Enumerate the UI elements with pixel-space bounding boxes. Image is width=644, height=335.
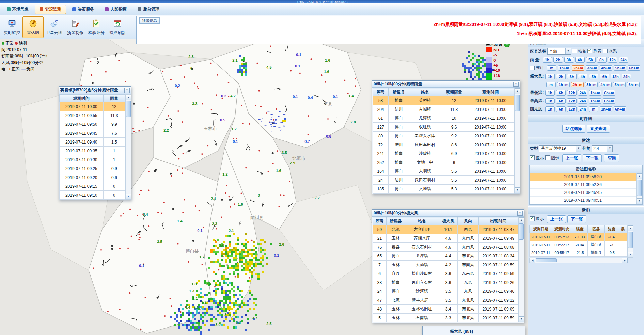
range-button-6h+m[interactable]: 6h+m	[603, 98, 615, 104]
checkbox[interactable]	[572, 49, 577, 53]
range-button-6h[interactable]: 6h	[556, 90, 566, 96]
column-header[interactable]: 观测时次	[552, 225, 572, 233]
table-row[interactable]: 48玉林玉林站旧址3.4东北风2019-07-11 09:09	[373, 305, 518, 314]
menu-tab-5[interactable]: 后台管理	[133, 5, 164, 14]
table-row[interactable]: 2019-07-11 09:250.9	[60, 164, 125, 173]
scroll-thumb[interactable]	[637, 180, 642, 196]
menu-tab-2[interactable]: 实况监测	[35, 5, 66, 14]
scroll-thumb[interactable]	[536, 258, 557, 262]
column-header[interactable]: 站名	[409, 88, 441, 96]
scroll-down-arrow[interactable]: ▼	[628, 252, 633, 257]
table-row[interactable]: 2019-07-11 09:351	[60, 147, 125, 155]
range-button-3h[interactable]: 3h	[564, 57, 574, 63]
checkbox[interactable]	[545, 155, 550, 160]
table-row[interactable]: 6容县松山沙田村3.6东南风2019-07-11 09:59	[373, 269, 518, 278]
range-button-m[interactable]: m	[547, 65, 556, 71]
radar-image-item[interactable]: 2019-07-11 09:52:36	[530, 181, 636, 189]
checkbox[interactable]	[587, 49, 592, 53]
range-button-6h[interactable]: 6h	[556, 98, 566, 104]
scroll-up-arrow[interactable]: ▲	[515, 88, 520, 94]
range-button-6h+m[interactable]: 6h+m	[628, 65, 640, 71]
table-row[interactable]: 38博白凤山立石村3.6东风2019-07-11 09:26	[373, 278, 518, 287]
column-header[interactable]: 累积雨量	[441, 88, 467, 96]
table-row[interactable]: 2019-07-11 09:150	[60, 182, 125, 191]
close-icon[interactable]: ×	[124, 88, 130, 93]
radar-image-item[interactable]: 2019-07-11 09:40:51	[530, 197, 636, 204]
scroll-thumb[interactable]	[519, 223, 524, 240]
column-header[interactable]: 站名	[405, 217, 439, 225]
column-header[interactable]: 陡度	[604, 225, 618, 233]
column-header[interactable]: 观测时间	[60, 95, 104, 102]
table-row[interactable]: 185博白文地镇5.32019-07-11 10:00	[373, 185, 514, 194]
radar-image-item[interactable]: 2019-07-11 09:58:30	[530, 173, 636, 181]
table-row[interactable]: 76容县石头石剑村4.6东南风2019-07-11 08:08	[373, 243, 518, 252]
range-button-m[interactable]: m	[589, 106, 598, 112]
scroll-thumb[interactable]	[628, 232, 633, 248]
range-button-3h+m[interactable]: 3h+m	[586, 65, 598, 71]
county-select[interactable]: 全部▼	[547, 48, 571, 55]
table-row[interactable]: 58博白英桥镇122019-07-11 10:00	[373, 96, 514, 105]
range-button-6h+m[interactable]: 6h+m	[614, 106, 626, 112]
range-button-12h[interactable]: 12h	[611, 74, 620, 79]
menu-tab-4[interactable]: 人影指挥	[100, 5, 131, 14]
range-button-5h+m[interactable]: 5h+m	[613, 82, 626, 87]
range-button-4h[interactable]: 4h	[578, 74, 587, 79]
range-button-5h[interactable]: 5h	[586, 57, 596, 63]
scroll-down-arrow[interactable]: ▼	[519, 316, 524, 322]
range-button-12h[interactable]: 12h	[567, 106, 577, 112]
检验评分-button[interactable]: 检验评分	[86, 16, 107, 38]
range-button-1h+m[interactable]: 1h+m	[557, 82, 570, 87]
卫星云图-button[interactable]: 卫星云图	[44, 16, 65, 38]
close-icon[interactable]: ×	[513, 82, 519, 87]
scroll-down-arrow[interactable]: ▼	[126, 194, 131, 199]
range-button-6h[interactable]: 6h	[597, 57, 607, 63]
horizontal-scrollbar[interactable]: ◀▶	[529, 258, 628, 263]
range-button-1h[interactable]: 1h	[545, 106, 555, 112]
table-row[interactable]: 127博白双旺镇9.62019-07-11 10:00	[373, 123, 514, 132]
table-row[interactable]: 72陆川良田车田村8.62019-07-11 10:00	[373, 140, 514, 149]
column-header[interactable]: 出现时间	[478, 217, 518, 225]
checkbox[interactable]	[530, 216, 535, 221]
column-header[interactable]: 观测日期	[530, 225, 552, 233]
range-button-1h[interactable]: 1h	[545, 74, 555, 79]
column-header[interactable]: 所属县	[387, 217, 405, 225]
range-button-1h+m[interactable]: 1h+m	[558, 65, 570, 71]
menu-tab-3[interactable]: 决策服务	[67, 5, 99, 14]
table-row[interactable]: 2019-07-11 09:401.5	[60, 138, 125, 147]
table-row[interactable]: 2019-07-11 09:509.9	[60, 120, 125, 129]
scroll-down-arrow[interactable]: ▼	[515, 187, 520, 193]
elevation-select[interactable]: 2.4▼	[592, 145, 613, 152]
range-button-1h+m[interactable]: 1h+m	[600, 106, 612, 112]
radar-type-select[interactable]: 基本反射率19▼	[539, 145, 581, 152]
range-button-24h[interactable]: 24h	[622, 74, 631, 79]
range-button-12h[interactable]: 12h	[608, 57, 617, 63]
scroll-up-arrow[interactable]: ▲	[519, 217, 524, 223]
table-row[interactable]: 65博白龙潭镇4.4东北风2019-07-11 08:34	[373, 252, 518, 261]
checkbox[interactable]	[603, 49, 608, 53]
雷达图-button[interactable]: 雷达图	[22, 16, 44, 38]
table-row[interactable]: 59北流大容山顶10.1西风2019-07-11 08:47	[373, 225, 518, 234]
预警制作-button[interactable]: 预警制作	[65, 16, 86, 38]
table-row[interactable]: 2019-07-11 09:5511.3	[60, 111, 125, 120]
range-button-1h[interactable]: 1h	[543, 57, 552, 63]
range-button-2h+m[interactable]: 2h+m	[572, 65, 584, 71]
scrollbar[interactable]: ▲▼	[636, 173, 642, 204]
range-button-24h[interactable]: 24h	[619, 57, 628, 63]
table-row[interactable]: 2019-07-1109:55:17-8.04博白县-3	[530, 241, 627, 249]
scroll-right-arrow[interactable]: ▶	[622, 258, 628, 263]
range-button-直接查询[interactable]: 直接查询	[587, 125, 610, 133]
scrollbar[interactable]: ▲▼	[125, 94, 131, 200]
range-button-5h[interactable]: 5h	[589, 74, 598, 79]
checkbox[interactable]	[530, 155, 535, 160]
range-button-2h[interactable]: 2h	[553, 57, 563, 63]
table-row[interactable]: 80博白老虎头水库9.22019-07-11 10:00	[373, 132, 514, 140]
table-row[interactable]: 2019-07-11 09:100	[60, 191, 125, 200]
range-button-1h[interactable]: 1h	[545, 98, 555, 104]
table-row[interactable]: 61博白龙潭镇102019-07-11 10:00	[373, 114, 514, 123]
column-header[interactable]: 风向	[457, 217, 478, 225]
column-header[interactable]: 极大风	[439, 217, 457, 225]
range-button-6h[interactable]: 6h	[600, 74, 609, 79]
range-button-24h[interactable]: 24h	[578, 90, 587, 96]
range-button-站点选择[interactable]: 站点选择	[562, 125, 585, 133]
table-row[interactable]: 7玉林卖酒镇4.2东南风2019-07-11 09:59	[373, 261, 518, 269]
